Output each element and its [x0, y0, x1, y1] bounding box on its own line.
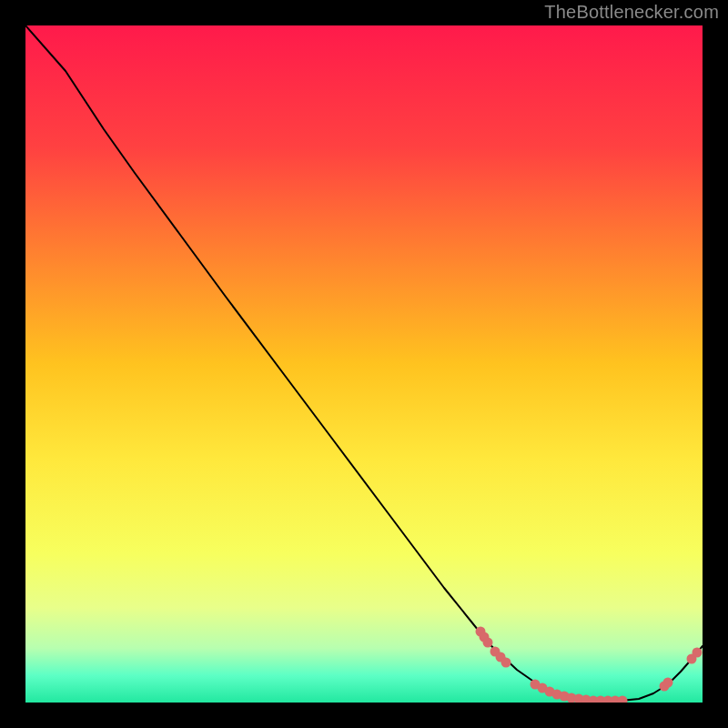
plot-area: [25, 25, 703, 703]
chart-stage: TheBottlenecker.com: [0, 0, 728, 728]
data-marker: [663, 678, 673, 688]
plot-svg: [25, 25, 703, 703]
attribution-text: TheBottlenecker.com: [544, 2, 719, 23]
data-marker: [483, 638, 493, 648]
data-marker: [501, 658, 511, 668]
gradient-background: [25, 25, 703, 703]
data-marker: [693, 648, 703, 658]
